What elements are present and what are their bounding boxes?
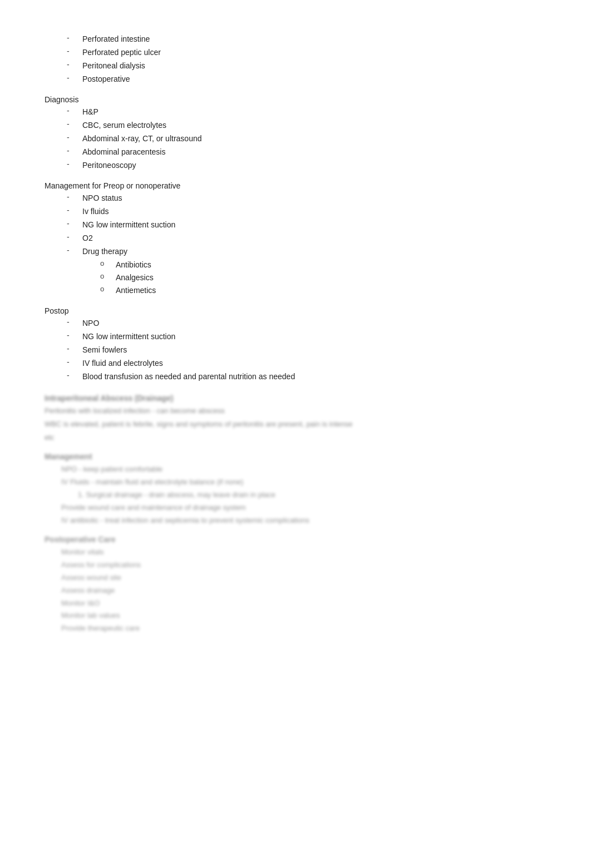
list-item: - O2 xyxy=(45,232,546,244)
blurred-subitem: NPO - keep patient comfortable xyxy=(45,464,546,475)
list-item: - Abdominal paracentesis xyxy=(45,146,546,158)
blurred-subitem: Assess wound site xyxy=(45,572,546,584)
list-item: - Perforated intestine xyxy=(45,33,546,45)
postop-section: Postop - NPO - NG low intermittent sucti… xyxy=(45,306,546,383)
blurred-heading-1: Intraperitoneal Abscess (Drainage) xyxy=(45,394,546,403)
circle-marker: o xyxy=(100,272,111,280)
sub-list-item: o Analgesics xyxy=(45,272,546,284)
dash-icon: - xyxy=(67,106,78,115)
blurred-text-2: WBC is elevated, patient is febrile, sig… xyxy=(45,419,546,430)
list-item: - Postoperative xyxy=(45,73,546,85)
dash-icon: - xyxy=(67,219,78,228)
dash-icon: - xyxy=(67,192,78,201)
blurred-subitem: Monitor vitals xyxy=(45,547,546,558)
list-item: - Perforated peptic ulcer xyxy=(45,47,546,58)
blurred-section-3: Postoperative Care Monitor vitals Assess… xyxy=(45,535,546,634)
blurred-heading-3: Postoperative Care xyxy=(45,535,546,544)
postop-heading: Postop xyxy=(45,306,546,315)
list-item: - Abdominal x-ray, CT, or ultrasound xyxy=(45,133,546,145)
blurred-subitem-nested: 1. Surgical drainage - drain abscess, ma… xyxy=(45,489,546,501)
blurred-section-1: Intraperitoneal Abscess (Drainage) Perit… xyxy=(45,394,546,443)
blurred-subitem: Provide wound care and maintenance of dr… xyxy=(45,502,546,514)
blurred-section-2: Management NPO - keep patient comfortabl… xyxy=(45,452,546,526)
blurred-subitem: Monitor lab values xyxy=(45,610,546,622)
dash-icon: - xyxy=(67,160,78,168)
list-item: - Drug therapy xyxy=(45,246,546,257)
list-item: - NG low intermittent suction xyxy=(45,331,546,343)
blurred-text-3: etc xyxy=(45,432,546,444)
dash-icon: - xyxy=(67,33,78,42)
top-list-section: - Perforated intestine - Perforated pept… xyxy=(45,33,546,85)
list-item: - NPO status xyxy=(45,192,546,204)
management-preop-section: Management for Preop or nonoperative - N… xyxy=(45,181,546,296)
dash-icon: - xyxy=(67,60,78,69)
blurred-subitem: Provide therapeutic care xyxy=(45,623,546,634)
sub-list-item: o Antiemetics xyxy=(45,285,546,296)
dash-icon: - xyxy=(67,331,78,340)
list-item: - Peritoneal dialysis xyxy=(45,60,546,72)
dash-icon: - xyxy=(67,120,78,128)
dash-icon: - xyxy=(67,232,78,241)
blurred-subitem: Assess for complications xyxy=(45,559,546,571)
blurred-text-1: Peritonitis with localized infection - c… xyxy=(45,405,546,417)
dash-icon: - xyxy=(67,47,78,56)
list-item: - NPO xyxy=(45,318,546,329)
list-item: - Iv fluids xyxy=(45,206,546,217)
dash-icon: - xyxy=(67,358,78,366)
dash-icon: - xyxy=(67,206,78,215)
circle-marker: o xyxy=(100,285,111,293)
list-item: - Semi fowlers xyxy=(45,344,546,356)
list-item: - Blood transfusion as needed and parent… xyxy=(45,371,546,383)
management-preop-heading: Management for Preop or nonoperative xyxy=(45,181,546,190)
blurred-subitem: IV Fluids - maintain fluid and electroly… xyxy=(45,477,546,488)
list-item: - CBC, serum electrolytes xyxy=(45,120,546,131)
dash-icon: - xyxy=(67,344,78,353)
blurred-subitem: IV antibiotic - treat infection and sept… xyxy=(45,515,546,527)
dash-icon: - xyxy=(67,73,78,82)
list-item: - IV fluid and electrolytes xyxy=(45,358,546,369)
list-item: - NG low intermittent suction xyxy=(45,219,546,231)
dash-icon: - xyxy=(67,146,78,155)
diagnosis-section: Diagnosis - H&P - CBC, serum electrolyte… xyxy=(45,95,546,171)
circle-marker: o xyxy=(100,259,111,267)
dash-icon: - xyxy=(67,133,78,142)
sub-list-item: o Antibiotics xyxy=(45,259,546,271)
list-item: - Peritoneoscopy xyxy=(45,160,546,171)
dash-icon: - xyxy=(67,246,78,255)
list-item: - H&P xyxy=(45,106,546,118)
blurred-subitem: Monitor I&O xyxy=(45,598,546,609)
dash-icon: - xyxy=(67,371,78,380)
diagnosis-heading: Diagnosis xyxy=(45,95,546,104)
dash-icon: - xyxy=(67,318,78,326)
blurred-heading-2: Management xyxy=(45,452,546,461)
blurred-subitem: Assess drainage xyxy=(45,585,546,597)
